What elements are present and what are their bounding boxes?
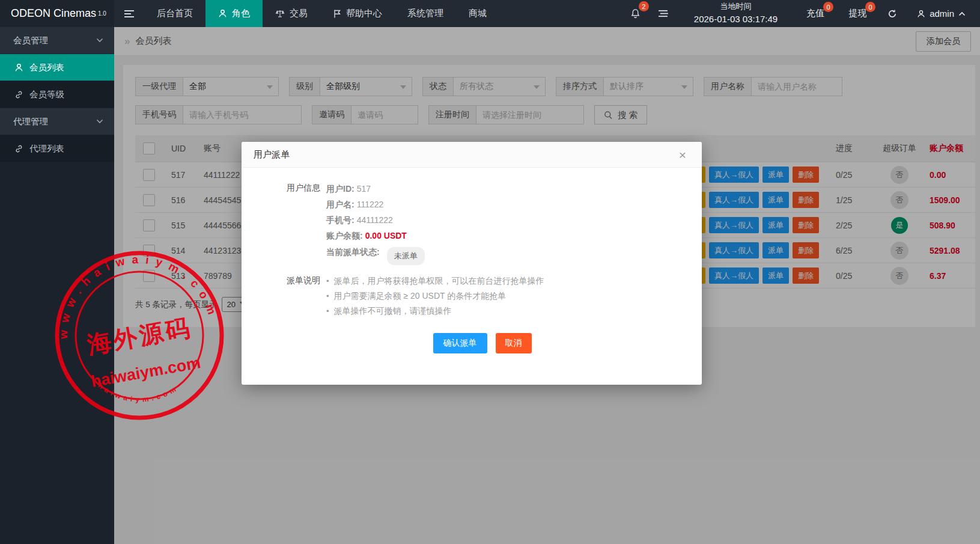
recharge-badge: 0 bbox=[823, 2, 833, 12]
nav-item-roles[interactable]: 角色 bbox=[205, 0, 263, 27]
sidebar: 会员管理 会员列表 会员等级 代理管理 代理列表 bbox=[0, 27, 114, 544]
dispatch-note: 派单后，用户将获得抢单权限，可以在前台进行抢单操作 bbox=[326, 274, 544, 289]
nav-item-label: 帮助中心 bbox=[346, 8, 382, 19]
notifications-button[interactable]: 2 bbox=[622, 0, 650, 27]
user-info-fields: 用户ID:517 用户名:111222 手机号:44111222 账户余额:0.… bbox=[326, 181, 425, 261]
dispatch-modal: 用户派单 × 用户信息 用户ID:517 用户名:111222 手机号:4411… bbox=[242, 142, 702, 385]
nav-item-label: 交易 bbox=[290, 8, 308, 19]
admin-username: admin bbox=[930, 8, 954, 19]
nav-item-system[interactable]: 系统管理 bbox=[395, 0, 456, 27]
sidebar-collapse-button[interactable] bbox=[114, 0, 144, 27]
refresh-button[interactable] bbox=[878, 0, 906, 27]
user-info-section: 用户信息 用户ID:517 用户名:111222 手机号:44111222 账户… bbox=[287, 181, 678, 261]
user-phone-value: 44111222 bbox=[357, 215, 393, 225]
modal-footer: 确认派单 取消 bbox=[287, 333, 678, 353]
sidebar-item-label: 会员等级 bbox=[29, 89, 64, 100]
sidebar-item-label: 代理列表 bbox=[29, 143, 64, 154]
chevron-up-icon bbox=[958, 11, 966, 16]
nav-item-label: 商城 bbox=[469, 8, 487, 19]
sidebar-item-member-level[interactable]: 会员等级 bbox=[0, 81, 114, 108]
chevron-down-icon bbox=[96, 119, 103, 124]
user-phone-label: 手机号: bbox=[326, 215, 355, 225]
user-info-section-label: 用户信息 bbox=[287, 181, 326, 261]
withdraw-label: 提现 bbox=[848, 8, 866, 19]
cancel-button[interactable]: 取消 bbox=[496, 333, 532, 353]
nav-item-help-center[interactable]: 帮助中心 bbox=[320, 0, 395, 27]
user-icon bbox=[14, 63, 23, 72]
user-id-value: 517 bbox=[357, 184, 371, 194]
link-icon bbox=[14, 90, 23, 99]
dispatch-note: 派单操作不可撤销，请谨慎操作 bbox=[326, 304, 544, 319]
list-icon bbox=[658, 10, 668, 17]
recharge-label: 充值 bbox=[806, 8, 824, 19]
sidebar-item-agent-list[interactable]: 代理列表 bbox=[0, 135, 114, 162]
nav-item-trade[interactable]: 交易 bbox=[263, 0, 320, 27]
nav-item-label: 角色 bbox=[232, 8, 250, 19]
sidebar-group-label: 代理管理 bbox=[13, 116, 48, 127]
user-balance-label: 账户余额: bbox=[326, 231, 363, 240]
local-time: 当地时间 2026-01-03 03:17:49 bbox=[677, 0, 794, 27]
modal-body: 用户信息 用户ID:517 用户名:111222 手机号:44111222 账户… bbox=[242, 168, 702, 353]
user-icon bbox=[218, 9, 227, 18]
modal-title: 用户派单 bbox=[254, 149, 290, 160]
local-time-label: 当地时间 bbox=[720, 1, 751, 13]
dispatch-notes-section-label: 派单说明 bbox=[287, 274, 326, 319]
message-list-button[interactable] bbox=[650, 0, 677, 27]
app-version: 1.0 bbox=[98, 10, 106, 17]
withdraw-badge: 0 bbox=[865, 2, 875, 12]
user-id-label: 用户ID: bbox=[326, 184, 355, 194]
nav-item-label: 后台首页 bbox=[157, 8, 193, 19]
chevron-down-icon bbox=[96, 38, 103, 43]
sidebar-item-member-list[interactable]: 会员列表 bbox=[0, 54, 114, 81]
app-logo: ODEON Cinemas 1.0 bbox=[0, 0, 114, 27]
sidebar-group-label: 会员管理 bbox=[13, 35, 48, 46]
top-navbar: ODEON Cinemas 1.0 后台首页 角色 交易 帮助中心 系统管理 商… bbox=[0, 0, 980, 27]
flag-icon bbox=[333, 9, 341, 18]
admin-menu[interactable]: admin bbox=[906, 0, 980, 27]
nav-item-dashboard[interactable]: 后台首页 bbox=[144, 0, 205, 27]
sidebar-item-label: 会员列表 bbox=[29, 62, 64, 73]
confirm-dispatch-button[interactable]: 确认派单 bbox=[433, 333, 487, 353]
user-name-label: 用户名: bbox=[326, 200, 355, 209]
user-name-row: 用户名:111222 bbox=[326, 197, 425, 212]
dispatch-notes: 派单后，用户将获得抢单权限，可以在前台进行抢单操作 用户需要满足余额 ≥ 20 … bbox=[326, 274, 544, 319]
dispatch-status-badge: 未派单 bbox=[387, 247, 425, 265]
user-icon bbox=[917, 10, 925, 18]
sidebar-group-agent-management[interactable]: 代理管理 bbox=[0, 108, 114, 135]
modal-header: 用户派单 × bbox=[242, 142, 702, 168]
close-icon[interactable]: × bbox=[675, 148, 690, 162]
bell-icon bbox=[630, 8, 641, 19]
user-name-value: 111222 bbox=[357, 200, 384, 209]
navbar-right: 2 当地时间 2026-01-03 03:17:49 充值 0 提现 0 adm… bbox=[622, 0, 980, 27]
dispatch-status-label: 当前派单状态: bbox=[326, 247, 380, 257]
recharge-button[interactable]: 充值 0 bbox=[794, 0, 836, 27]
refresh-icon bbox=[887, 9, 897, 19]
dispatch-status-row: 当前派单状态:未派单 bbox=[326, 243, 425, 261]
user-balance-value: 0.00 USDT bbox=[365, 231, 407, 240]
hamburger-icon bbox=[124, 10, 135, 18]
app-logo-text: ODEON Cinemas bbox=[11, 7, 96, 20]
sidebar-group-member-management[interactable]: 会员管理 bbox=[0, 27, 114, 53]
user-balance-row: 账户余额:0.00 USDT bbox=[326, 228, 425, 243]
notifications-badge: 2 bbox=[639, 1, 649, 11]
nav-item-mall[interactable]: 商城 bbox=[456, 0, 499, 27]
scales-icon bbox=[275, 9, 285, 18]
user-id-row: 用户ID:517 bbox=[326, 181, 425, 197]
local-time-value: 2026-01-03 03:17:49 bbox=[694, 13, 778, 26]
dispatch-notes-section: 派单说明 派单后，用户将获得抢单权限，可以在前台进行抢单操作 用户需要满足余额 … bbox=[287, 274, 678, 319]
link-icon bbox=[14, 144, 23, 153]
nav-item-label: 系统管理 bbox=[407, 8, 443, 19]
withdraw-button[interactable]: 提现 0 bbox=[836, 0, 878, 27]
user-phone-row: 手机号:44111222 bbox=[326, 212, 425, 228]
dispatch-note: 用户需要满足余额 ≥ 20 USDT 的条件才能抢单 bbox=[326, 289, 544, 304]
